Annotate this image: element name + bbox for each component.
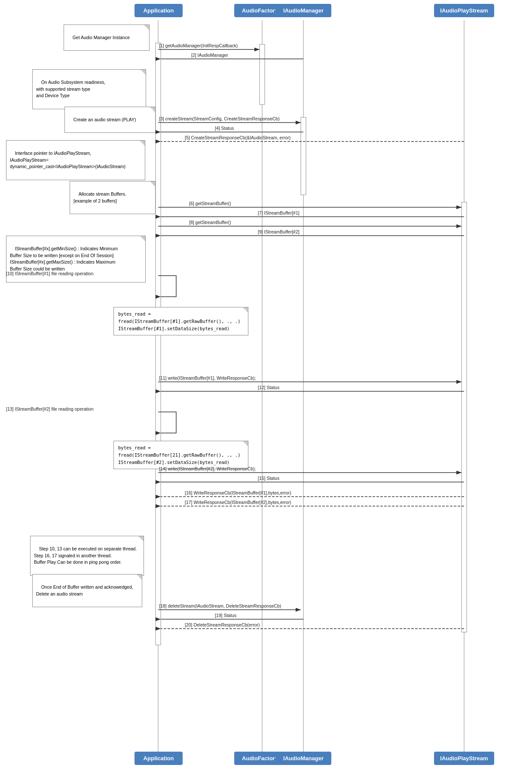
arrow-label-14: [14] write(IStreamBuffer[#2], WriteRespo… xyxy=(159,466,256,471)
svg-rect-8 xyxy=(301,117,306,195)
lifeline-stream-top: IAudioPlayStream xyxy=(434,4,494,17)
arrow-label-5: [5] CreateStreamResponseCb(&IAudioStream… xyxy=(185,135,290,140)
lifeline-manager-top: IAudioManager xyxy=(275,4,331,17)
svg-rect-6 xyxy=(156,43,161,645)
arrow-label-9: [9] IStreamBuffer[#2] xyxy=(258,229,300,234)
note-threading: Step 10, 13 can be executed on separate … xyxy=(30,536,144,576)
note-allocate-buffers: Allocate stream Buffers. [example of 2 b… xyxy=(70,181,156,214)
arrow-label-18: [18] deleteStream(IAudioStream, DeleteSt… xyxy=(159,603,281,608)
arrow-label-4: [4] Status xyxy=(215,126,234,131)
diagram-container: Application AudioFactory IAudioManager I… xyxy=(0,0,532,774)
lifeline-stream-bottom: IAudioPlayStream xyxy=(434,752,494,765)
arrow-label-6: [6] getStreamBuffer() xyxy=(189,201,231,206)
lifeline-application-top: Application xyxy=(135,4,183,17)
svg-rect-9 xyxy=(260,44,265,104)
arrow-label-15: [15] Status xyxy=(258,476,279,481)
arrow-label-8: [8] getStreamBuffer() xyxy=(189,220,231,225)
arrow-label-19: [19] Status xyxy=(215,613,236,618)
note-get-audio-manager: Get Audio Manager Instance xyxy=(64,25,150,51)
lifeline-application-bottom: Application xyxy=(135,752,183,765)
arrow-label-16: [16] WriteResponseCb(IStreamBuffer[#1],b… xyxy=(185,490,291,495)
note-interface-pointer: Interface pointer to IAudioPlayStream, I… xyxy=(6,140,145,180)
arrow-label-12: [12] Status xyxy=(258,385,279,390)
arrow-label-3: [3] createStream(StreamConfig, CreateStr… xyxy=(159,116,280,121)
arrow-label-1: [1] getAudioManager(InitRespCallback) xyxy=(159,43,238,48)
code-box-1: bytes_read = fread(IStreamBuffer[#1].get… xyxy=(113,307,248,335)
arrow-label-10: [10] IStreamBuffer[#1] file reading oper… xyxy=(6,271,94,276)
note-create-audio-stream: Create an audio stream (PLAY) xyxy=(64,107,156,133)
arrow-label-20: [20] DeleteStreamResponseCb(error) xyxy=(185,622,260,627)
arrow-label-11: [11] write(IStreamBuffer[#1], WriteRespo… xyxy=(159,375,256,381)
note-delete-stream: Once End of Buffer written and acknowedg… xyxy=(32,574,142,607)
code-box-2: bytes_read = fread(IStreamBuffer[21].get… xyxy=(113,441,248,469)
arrow-label-17: [17] WriteResponseCb(IStreamBuffer[#2],b… xyxy=(185,500,291,505)
arrow-label-7: [7] IStreamBuffer[#1] xyxy=(258,210,300,215)
arrow-label-2: [2] IAudioManager xyxy=(191,52,228,58)
arrow-label-13: [13] IStreamBuffer[#2] file reading oper… xyxy=(6,406,94,412)
lifeline-manager-bottom: IAudioManager xyxy=(275,752,331,765)
note-audio-subsystem: On Audio Subsystem readiness, with suppo… xyxy=(32,69,146,109)
svg-rect-7 xyxy=(462,202,467,632)
